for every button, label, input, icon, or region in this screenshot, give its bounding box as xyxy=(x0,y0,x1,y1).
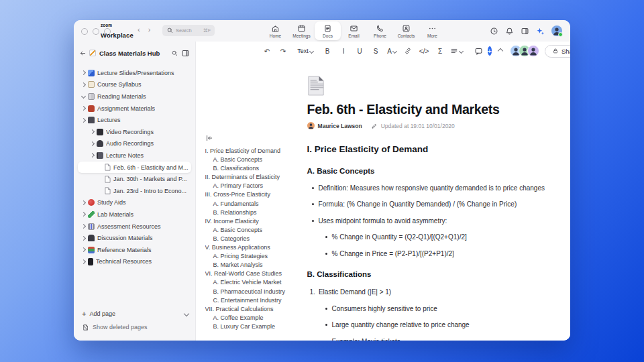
underline-button[interactable]: U xyxy=(353,45,367,57)
toc-item[interactable]: B. Luxury Car Example xyxy=(205,322,294,331)
sidebar-item-label: Lectures xyxy=(97,117,121,123)
sidebar-item[interactable]: Reference Materials xyxy=(78,244,191,256)
chevron-right-icon[interactable] xyxy=(81,106,86,111)
alignment-dropdown[interactable] xyxy=(449,45,464,57)
chevron-right-icon[interactable] xyxy=(81,212,86,217)
collaborator-avatar[interactable] xyxy=(527,45,539,57)
chevron-right-icon[interactable] xyxy=(81,118,86,123)
text-color-dropdown[interactable]: A xyxy=(385,45,399,57)
toc-item[interactable]: VI. Real-World Case Studies xyxy=(205,269,294,278)
tab-docs[interactable]: Docs xyxy=(315,21,341,40)
tab-meetings[interactable]: Meetings xyxy=(288,21,315,40)
strikethrough-button[interactable]: S xyxy=(369,45,383,57)
bold-button[interactable]: B xyxy=(321,45,335,57)
user-avatar[interactable] xyxy=(551,25,562,36)
toc-item[interactable]: C. Entertainment Industry xyxy=(205,296,294,305)
toc-item[interactable]: A. Primary Factors xyxy=(205,182,294,190)
toc-item[interactable]: B. Categories xyxy=(205,235,294,243)
sidebar-item[interactable]: Reading Materials xyxy=(78,90,191,103)
sidebar-item[interactable]: Lectures xyxy=(78,114,191,126)
toc-item[interactable]: A. Basic Concepts xyxy=(205,156,294,164)
tab-contacts[interactable]: Contacts xyxy=(393,21,419,40)
undo-button[interactable]: ↶ xyxy=(260,45,274,57)
window-minimize-button[interactable] xyxy=(93,28,99,35)
tab-email[interactable]: Email xyxy=(341,21,367,40)
sidebar-panel-icon[interactable] xyxy=(181,49,190,58)
toc-item[interactable]: IV. Income Elasticity xyxy=(205,217,294,226)
share-button[interactable]: Share xyxy=(545,45,570,58)
chevron-right-icon[interactable] xyxy=(81,70,86,75)
nav-forward-button[interactable]: › xyxy=(148,25,151,34)
toc-item[interactable]: VII. Practical Calculations xyxy=(205,305,294,314)
redo-button[interactable]: ↷ xyxy=(276,45,290,57)
sidebar-item[interactable]: Technical Resources xyxy=(78,256,191,268)
nav-back-button[interactable]: ‹ xyxy=(138,25,140,34)
global-search-input[interactable]: Search ⌘F xyxy=(162,25,215,36)
chevron-right-icon[interactable] xyxy=(90,129,95,134)
formula-button[interactable]: Σ xyxy=(433,45,447,57)
sidebar-item[interactable]: Lecture Slides/Presentations xyxy=(78,67,191,79)
chevron-down-icon[interactable] xyxy=(183,311,189,316)
chevron-down-icon[interactable] xyxy=(81,94,86,99)
text-style-dropdown[interactable]: Text xyxy=(299,45,313,57)
toc-collapse-icon[interactable] xyxy=(205,134,294,142)
italic-button[interactable]: I xyxy=(337,45,351,57)
sidebar-item[interactable]: Jan. 23rd - Intro to Econo... xyxy=(78,185,191,197)
toc-item[interactable]: A. Fundamentals xyxy=(205,200,294,208)
sidebar-item[interactable]: Study Aids xyxy=(78,197,191,209)
comment-icon[interactable] xyxy=(472,45,486,57)
tab-more[interactable]: More xyxy=(419,21,445,40)
add-page-button[interactable]: + Add page xyxy=(82,307,189,320)
collapse-toolbar-icon[interactable] xyxy=(494,45,508,57)
history-icon[interactable] xyxy=(490,27,498,36)
video-emoji-icon xyxy=(97,129,103,135)
sidebar-item[interactable]: Discussion Materials xyxy=(78,232,191,244)
chevron-right-icon[interactable] xyxy=(81,236,86,241)
toc-item[interactable]: B. Market Analysis xyxy=(205,261,294,269)
sidebar-back-icon[interactable] xyxy=(79,50,87,57)
sidebar-item[interactable]: Course Syllabus xyxy=(78,79,191,91)
chevron-right-icon[interactable] xyxy=(81,247,86,252)
ai-companion-sparkle-icon[interactable] xyxy=(536,27,545,36)
toc-item[interactable]: B. Pharmaceutical Industry xyxy=(205,288,294,296)
toc-item[interactable]: B. Relationships xyxy=(205,208,294,217)
tab-phone[interactable]: Phone xyxy=(367,21,393,40)
toc-item[interactable]: A. Pricing Strategies xyxy=(205,252,294,261)
document-title[interactable]: Feb. 6th - Elasticity and Markets xyxy=(307,103,546,117)
toc-item[interactable]: A. Coffee Example xyxy=(205,314,294,322)
chevron-right-icon[interactable] xyxy=(81,200,86,205)
link-icon[interactable] xyxy=(401,45,415,57)
sidebar-item[interactable]: Lab Materials xyxy=(78,208,191,221)
sidebar-item[interactable]: Audio Recordings xyxy=(78,138,191,150)
chevron-right-icon[interactable] xyxy=(81,259,86,264)
sidebar-search-icon[interactable] xyxy=(171,50,178,57)
toc-item[interactable]: A. Basic Concepts xyxy=(205,226,294,235)
chevron-right-icon[interactable] xyxy=(81,224,86,229)
bullet-icon xyxy=(312,220,314,222)
notifications-bell-icon[interactable] xyxy=(505,27,514,36)
chevron-right-icon[interactable] xyxy=(81,82,86,87)
panel-toggle-icon[interactable] xyxy=(521,27,529,36)
toc-item[interactable]: III. Cross-Price Elasticity xyxy=(205,190,294,199)
toc-item[interactable]: B. Classifications xyxy=(205,164,294,173)
code-button[interactable]: </> xyxy=(417,45,431,57)
insert-plus-button[interactable]: + xyxy=(488,46,492,56)
sidebar-item-label: Reference Materials xyxy=(97,247,152,253)
sidebar-item[interactable]: Video Recordings xyxy=(78,126,191,138)
toc-item[interactable]: II. Determinants of Elasticity xyxy=(205,173,294,182)
doc-bullet-item: Consumers highly sensitive to price xyxy=(307,305,546,312)
sidebar-item[interactable]: Jan. 30th - Markets and P... xyxy=(78,173,191,185)
toc-item[interactable]: V. Business Applications xyxy=(205,243,294,252)
sidebar-item[interactable]: Assessment Resources xyxy=(78,221,191,233)
tab-home[interactable]: Home xyxy=(262,21,288,40)
sidebar-item[interactable]: Lecture Notes xyxy=(78,149,191,162)
document-editor[interactable]: Feb. 6th - Elasticity and Markets Mauric… xyxy=(297,60,570,341)
toc-item[interactable]: I. Price Elasticity of Demand xyxy=(205,147,294,156)
window-close-button[interactable] xyxy=(81,28,88,35)
chevron-right-icon[interactable] xyxy=(90,141,95,146)
chevron-right-icon[interactable] xyxy=(90,153,95,158)
sidebar-item[interactable]: Assignment Materials xyxy=(78,103,191,115)
toc-item[interactable]: A. Electric Vehicle Market xyxy=(205,278,294,287)
sidebar-item[interactable]: Feb. 6th - Elasticity and M... xyxy=(78,162,191,174)
show-deleted-pages-button[interactable]: Show deleted pages xyxy=(82,320,189,334)
